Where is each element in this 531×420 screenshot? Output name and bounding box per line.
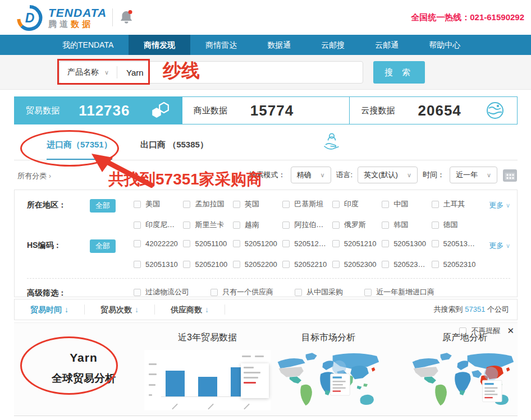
hs-more-link[interactable]: 更多 ∨ <box>489 239 510 251</box>
checkbox-box-icon[interactable] <box>282 221 290 229</box>
checkbox-box-icon[interactable] <box>134 221 141 229</box>
checkbox-box-icon[interactable] <box>382 221 389 229</box>
checkbox-box-icon[interactable] <box>432 240 439 247</box>
notification-bell-icon[interactable] <box>120 10 133 27</box>
sort-item[interactable]: 供应商数↓ <box>155 304 225 315</box>
checkbox-box-icon[interactable] <box>210 289 218 296</box>
nav-item[interactable]: 数据通 <box>252 35 306 55</box>
filter-checkbox[interactable]: 从中国采购 <box>295 287 343 297</box>
sort-arrow-icon: ↓ <box>205 305 209 314</box>
filter-checkbox[interactable]: 52051210 <box>332 239 379 248</box>
filter-checkbox[interactable]: 土耳其 <box>432 199 479 209</box>
search-box: 产品名称 ∨ <box>59 61 363 84</box>
filter-checkbox[interactable]: 52052300 <box>332 260 379 269</box>
filter-checkbox[interactable]: 52051300 <box>382 239 429 248</box>
checkbox-label: 孟加拉国 <box>195 199 224 209</box>
checkbox-box-icon[interactable] <box>282 240 290 247</box>
filter-checkbox[interactable]: 5205130000 <box>432 239 479 248</box>
checkbox-box-icon[interactable] <box>183 261 190 268</box>
checkbox-box-icon[interactable] <box>364 289 372 296</box>
checkbox-box-icon[interactable] <box>332 261 340 268</box>
nav-item[interactable]: 帮助中心 <box>414 35 475 55</box>
time-select[interactable]: 近一年 ∨ <box>450 167 497 183</box>
filter-checkbox[interactable]: 巴基斯坦 <box>282 199 329 209</box>
filter-checkbox[interactable]: 德国 <box>432 220 479 230</box>
nav-item[interactable]: 云邮搜 <box>306 35 360 55</box>
checkbox-box-icon[interactable] <box>282 201 290 208</box>
filter-checkbox[interactable]: 印度尼西亚 <box>134 220 181 230</box>
checkbox-box-icon[interactable] <box>432 201 439 208</box>
filter-checkbox[interactable]: 52051310 <box>134 260 181 269</box>
filter-checkbox[interactable]: 印度 <box>332 199 379 209</box>
checkbox-box-icon[interactable] <box>233 240 240 247</box>
checkbox-box-icon[interactable] <box>332 201 340 208</box>
filter-checkbox[interactable]: 阿拉伯联合... <box>282 220 329 230</box>
filter-checkbox[interactable]: 过滤物流公司 <box>134 287 189 297</box>
result-count: 共搜索到 57351 个公司 <box>434 304 517 315</box>
checkbox-box-icon[interactable] <box>183 201 190 208</box>
nav-item[interactable]: 商情雷达 <box>190 35 252 55</box>
filter-checkbox[interactable]: 5205230000 <box>382 260 429 269</box>
nav-item[interactable]: 我的TENDATA <box>47 35 129 55</box>
filter-checkbox[interactable]: 5205120000 <box>282 239 329 248</box>
card-business-data[interactable]: 商业数据 15774 <box>182 97 350 124</box>
checkbox-box-icon[interactable] <box>382 240 389 247</box>
filter-checkbox[interactable]: 52052210 <box>282 260 329 269</box>
filter-checkbox[interactable]: 52051200 <box>233 239 280 248</box>
checkbox-box-icon[interactable] <box>332 240 340 247</box>
region-more-link[interactable]: 更多 ∨ <box>489 199 510 210</box>
checkbox-box-icon[interactable] <box>233 221 240 229</box>
filter-checkbox[interactable]: 美国 <box>134 199 181 209</box>
filter-checkbox[interactable]: 英国 <box>233 199 280 209</box>
card-trade-data[interactable]: 贸易数据 112736 <box>15 97 182 124</box>
nav-item[interactable]: 商情发现 <box>129 35 190 55</box>
filter-checkbox[interactable]: 斯里兰卡 <box>183 220 230 230</box>
checkbox-box-icon[interactable] <box>183 221 190 229</box>
checkbox-box-icon[interactable] <box>282 261 290 268</box>
checkbox-box-icon[interactable] <box>295 289 302 296</box>
search-mode-select[interactable]: 精确 ∨ <box>291 167 331 183</box>
checkbox-box-icon[interactable] <box>382 201 389 208</box>
filter-checkbox[interactable]: 52052310 <box>432 260 479 269</box>
search-input[interactable] <box>117 68 190 77</box>
search-button[interactable]: 搜 索 <box>373 61 425 84</box>
tab-importers[interactable]: 进口商（57351） <box>47 140 112 160</box>
filter-checkbox[interactable]: 只有一个供应商 <box>210 287 273 297</box>
filter-checkbox[interactable]: 52052200 <box>233 260 280 269</box>
sort-item[interactable]: 贸易次数↓ <box>85 304 155 315</box>
checkbox-box-icon[interactable] <box>134 240 141 247</box>
filter-checkbox[interactable]: 越南 <box>233 220 280 230</box>
region-all-badge[interactable]: 全部 <box>90 199 116 213</box>
filter-checkbox[interactable]: 52051100 <box>183 239 230 248</box>
checkbox-box-icon[interactable] <box>134 289 141 296</box>
card-value: 20654 <box>418 102 461 119</box>
filter-checkbox[interactable]: 孟加拉国 <box>183 199 230 209</box>
checkbox-box-icon[interactable] <box>332 221 340 229</box>
checkbox-box-icon[interactable] <box>233 261 240 268</box>
language-select[interactable]: 英文(默认) ∨ <box>358 167 418 183</box>
calendar-icon[interactable] <box>502 168 518 182</box>
filter-checkbox[interactable]: 42022220 <box>134 239 181 248</box>
card-cloud-search-data[interactable]: 云搜数据 20654 <box>350 97 517 124</box>
checkbox-box-icon[interactable] <box>183 240 190 247</box>
checkbox-box-icon[interactable] <box>233 201 240 208</box>
tab-exporters[interactable]: 出口商 （55385） <box>140 140 208 150</box>
hs-all-badge[interactable]: 全部 <box>90 239 116 253</box>
checkbox-box-icon[interactable] <box>134 201 141 208</box>
checkbox-box-icon[interactable] <box>382 261 389 268</box>
filter-checkbox[interactable]: 近一年新增进口商 <box>364 287 434 297</box>
checkbox-box-icon[interactable] <box>432 221 439 229</box>
filter-checkbox[interactable]: 52052100 <box>183 260 230 269</box>
hs-checkbox-line: 4202222052051100520512005205120000520512… <box>134 239 479 248</box>
sort-item[interactable]: 贸易时间↓ <box>15 304 85 315</box>
filter-checkbox[interactable]: 韩国 <box>382 220 429 230</box>
checkbox-box-icon[interactable] <box>134 261 141 268</box>
filter-checkbox[interactable]: 中国 <box>382 199 429 209</box>
checkbox-box-icon[interactable] <box>432 261 439 268</box>
tendata-logo-icon: D <box>17 5 43 31</box>
search-category-dropdown[interactable]: 产品名称 ∨ <box>59 67 117 77</box>
breadcrumb[interactable]: 所有分类 › <box>17 171 51 181</box>
nav-item[interactable]: 云邮通 <box>360 35 414 55</box>
brand-logo[interactable]: D TENDATA 腾道数据 <box>17 5 107 31</box>
filter-checkbox[interactable]: 俄罗斯 <box>332 220 379 230</box>
